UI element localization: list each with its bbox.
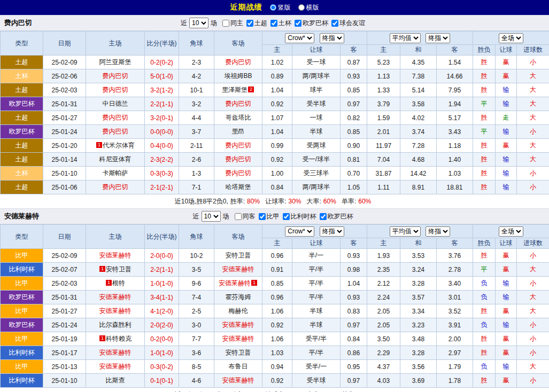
team-link[interactable]: 安特卫普 [226,252,251,259]
team-link[interactable]: 安德莱赫特 [222,335,254,342]
team-link[interactable]: 代米尔体育 [103,142,135,149]
filter-checkbox-比甲[interactable]: 比甲 [259,212,280,221]
filter-checkbox-土杯[interactable]: 土杯 [270,19,291,28]
result-goals-cell: 大 [517,69,549,83]
team-link[interactable]: 哈塔斯堡 [226,183,251,191]
filter-checkbox-球会友谊[interactable]: 球会友谊 [331,19,365,28]
avg-away-cell: 14.66 [437,69,473,83]
filter-checkbox-同客[interactable]: 同客 [235,212,256,221]
team-link[interactable]: 安德莱赫特 [99,363,132,370]
match-count-select[interactable]: 10 [189,18,208,28]
team-link[interactable]: 比尔森胜利 [99,321,132,328]
filter-checkbox-比利时杯[interactable]: 比利时杯 [283,212,316,221]
result-handicap-cell: 输 [496,291,517,304]
filter-checkbox-欧罗巴杯[interactable]: 欧罗巴杯 [320,212,353,221]
away-team-cell: 费内巴切 [214,153,262,167]
odds-company-select[interactable]: Crow* [285,226,314,237]
odds-final-select[interactable]: 终指 [320,226,344,237]
layout-vertical-radio[interactable]: 竖版 [270,3,291,12]
team-link[interactable]: 安德莱赫特 [99,307,132,315]
checkbox-input[interactable] [259,213,266,220]
avg-home-cell: 4.03 [367,374,400,388]
team-link[interactable]: 费内巴切 [226,58,251,66]
score-cell: 0-3(0-3) [145,167,179,181]
away-team-cell: 安德莱赫特 [214,332,262,346]
avg-final-select[interactable]: 终指 [426,226,450,237]
checkbox-input[interactable] [222,20,229,27]
type-cell: 土超 [1,181,43,194]
team-link[interactable]: 安特卫普 [226,349,251,356]
home-team-cell: 安德莱赫特 [86,249,145,263]
away-team-cell: 梅赫伦 [214,304,262,318]
avg-select[interactable]: 平均值 [390,226,421,237]
corner-cell: 3-5 [179,263,214,277]
checkbox-input[interactable] [283,213,290,220]
filter-checkbox-土超[interactable]: 土超 [246,19,267,28]
team-link[interactable]: 中日德兰 [103,100,128,107]
checkbox-input[interactable] [270,20,277,27]
checkbox-input[interactable] [295,20,301,27]
filter-checkbox-同主[interactable]: 同主 [222,19,243,28]
odds-final-select[interactable]: 终指 [320,33,344,43]
team-link[interactable]: 哥兹塔比 [226,114,251,121]
team-link[interactable]: 科特赖克 [106,335,132,342]
avg-home-cell: 2.01 [367,125,400,139]
team-link[interactable]: 根特 [112,279,125,287]
filter-checkbox-欧罗巴杯[interactable]: 欧罗巴杯 [295,19,328,28]
team-link[interactable]: 里昂 [232,128,245,135]
avg-home-cell: 3.79 [367,97,400,111]
team-link[interactable]: 科尼亚体育 [99,155,132,163]
away-team-cell: 布鲁日 [214,360,262,374]
team-link[interactable]: 费内巴切 [226,142,251,149]
team-name: 安德莱赫特 [4,211,39,221]
type-cell: 土超 [1,153,43,167]
team-link[interactable]: 埃祖姆BB [224,72,252,80]
avg-away-cell: 2.00 [437,332,473,346]
team-link[interactable]: 比斯查 [106,377,125,384]
team-link[interactable]: 安德莱赫特 [99,349,132,356]
result-wdl-cell: 胜 [473,346,496,360]
horizontal-radio-input[interactable] [298,4,305,11]
team-link[interactable]: 卡斯帕萨 [103,169,128,177]
team-link[interactable]: 费内巴切 [103,72,128,80]
checkbox-input[interactable] [331,20,338,27]
avg-final-select[interactable]: 终指 [426,33,450,43]
odds-company-select[interactable]: Crow* [285,33,314,43]
team-link[interactable]: 布鲁日 [229,363,248,370]
checkbox-input[interactable] [235,213,242,220]
checkbox-input[interactable] [246,20,253,27]
scope-select[interactable]: 全场 [499,33,523,43]
team-link[interactable]: 费内巴切 [103,183,128,191]
team-link[interactable]: 费内巴切 [103,128,128,135]
team-link[interactable]: 费内巴切 [103,114,128,121]
team-link[interactable]: 费内巴切 [226,100,251,107]
team-link[interactable]: 梅赫伦 [229,307,248,315]
team-link[interactable]: 安德莱赫特 [222,377,254,384]
team-link[interactable]: 阿兰亚斯堡 [99,58,132,66]
vertical-radio-input[interactable] [270,4,276,11]
avg-select[interactable]: 平均值 [390,33,421,43]
layout-horizontal-radio[interactable]: 横版 [298,3,319,12]
team-link[interactable]: 里泽斯堡 [222,86,248,93]
team-link[interactable]: 费内巴切 [226,169,251,177]
avg-draw-cell: 4.02 [400,111,437,125]
avg-draw-cell: 3.58 [400,97,437,111]
col-date: 日期 [43,32,86,56]
team-link[interactable]: 安特卫普 [106,265,132,273]
team-link[interactable]: 安德莱赫特 [219,279,251,287]
team-link[interactable]: 费内巴切 [226,155,251,163]
odds-away-cell: 1.05 [341,181,367,194]
team-link[interactable]: 安德莱赫特 [222,321,254,328]
match-count-select[interactable]: 10 [202,211,221,222]
team-link[interactable]: 安德莱赫特 [99,252,132,259]
summary-stat-label: 单率: [342,197,356,206]
team-link[interactable]: 霍芬海姆 [226,293,251,301]
team-link[interactable]: 费内巴切 [103,86,128,93]
scope-select[interactable]: 全场 [499,226,523,237]
team-link[interactable]: 安德莱赫特 [222,265,254,273]
odds-handicap-cell: 平/半 [292,263,341,277]
odds-handicap-cell: 一球 [292,111,341,125]
checkbox-input[interactable] [320,213,327,220]
team-link[interactable]: 安德莱赫特 [99,293,132,301]
col-odds-handicap: 让球 [292,238,341,249]
